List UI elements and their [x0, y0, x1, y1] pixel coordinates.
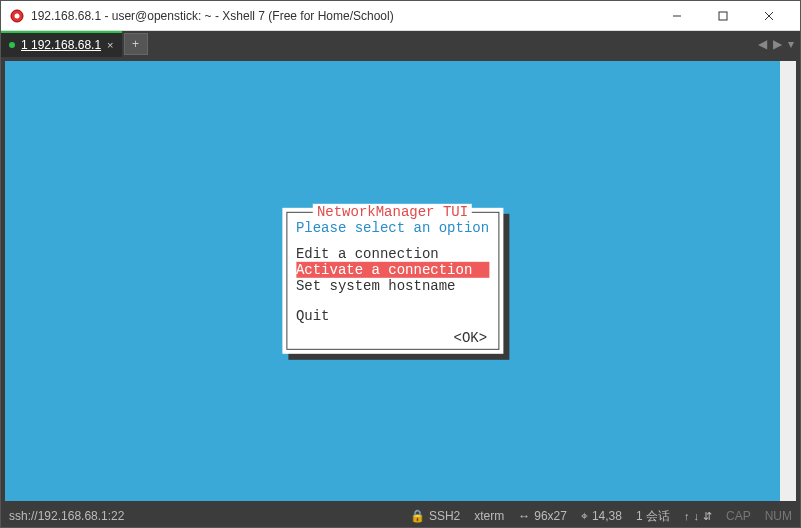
up-icon[interactable]: ↑: [684, 510, 690, 522]
status-ssh: ssh://192.168.68.1:22: [9, 509, 124, 523]
menu-item-2[interactable]: Set system hostname: [296, 278, 489, 294]
down-icon[interactable]: ↓: [693, 510, 699, 522]
status-arrows: ↑ ↓ ⇵: [684, 510, 712, 523]
tab-close-icon[interactable]: ×: [107, 39, 113, 51]
ok-button[interactable]: <OK>: [296, 330, 489, 346]
new-tab-button[interactable]: +: [124, 33, 148, 55]
status-proto: 🔒 SSH2: [410, 509, 460, 523]
status-termtype: xterm: [474, 509, 504, 523]
vertical-scrollbar[interactable]: [780, 61, 796, 501]
svg-rect-3: [719, 12, 727, 20]
resize-icon: ↔: [518, 509, 530, 523]
status-cap: CAP: [726, 509, 751, 523]
menu-item-quit[interactable]: Quit: [296, 308, 489, 324]
svg-point-1: [15, 13, 20, 18]
close-button[interactable]: [746, 1, 792, 31]
lock-icon: 🔒: [410, 509, 425, 523]
app-icon: [9, 8, 25, 24]
position-icon: ⌖: [581, 509, 588, 523]
app-window: 192.168.68.1 - user@openstick: ~ - Xshel…: [0, 0, 801, 528]
tab-nav-right-icon[interactable]: ▶: [773, 37, 782, 51]
titlebar: 192.168.68.1 - user@openstick: ~ - Xshel…: [1, 1, 800, 31]
tab-strip: 1 192.168.68.1 × + ◀ ▶ ▾: [1, 31, 800, 57]
status-bar: ssh://192.168.68.1:22 🔒 SSH2 xterm ↔ 96x…: [1, 505, 800, 527]
menu-item-1[interactable]: Activate a connection: [296, 262, 489, 278]
status-cursor: ⌖ 14,38: [581, 509, 622, 523]
tui-prompt: Please select an option: [296, 220, 489, 236]
terminal-wrap: NetworkManager TUI Please select an opti…: [1, 57, 800, 505]
status-num: NUM: [765, 509, 792, 523]
status-size: ↔ 96x27: [518, 509, 567, 523]
status-dot-icon: [9, 42, 15, 48]
tui-dialog: NetworkManager TUI Please select an opti…: [282, 208, 503, 354]
session-tab[interactable]: 1 192.168.68.1 ×: [1, 31, 122, 57]
terminal[interactable]: NetworkManager TUI Please select an opti…: [5, 61, 780, 501]
tab-label: 1 192.168.68.1: [21, 38, 101, 52]
tab-nav-menu-icon[interactable]: ▾: [788, 37, 794, 51]
window-title: 192.168.68.1 - user@openstick: ~ - Xshel…: [31, 9, 654, 23]
menu-item-0[interactable]: Edit a connection: [296, 246, 489, 262]
tab-nav-left-icon[interactable]: ◀: [758, 37, 767, 51]
maximize-button[interactable]: [700, 1, 746, 31]
window-buttons: [654, 1, 792, 31]
swap-icon[interactable]: ⇵: [703, 510, 712, 523]
tab-nav: ◀ ▶ ▾: [752, 31, 800, 57]
minimize-button[interactable]: [654, 1, 700, 31]
status-sessions: 1 会话: [636, 508, 670, 525]
